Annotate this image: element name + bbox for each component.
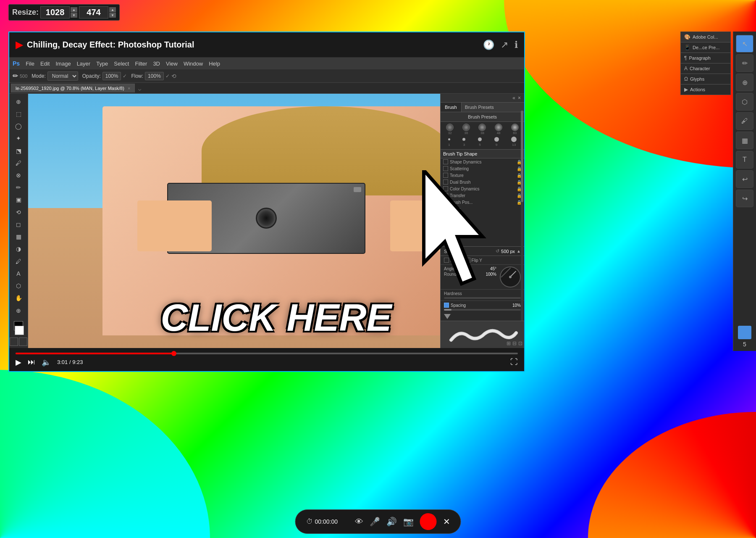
brush-preset-6[interactable]: 1 — [448, 136, 450, 147]
far-right-transform-tool[interactable]: ⬡ — [736, 93, 753, 111]
brush-preset-3[interactable]: 38 — [478, 124, 486, 135]
next-button[interactable]: ⏭ — [28, 358, 35, 367]
progress-bar[interactable] — [16, 353, 518, 354]
far-right-gradient-tool[interactable]: ▦ — [736, 132, 753, 149]
resize-height-down[interactable]: ▼ — [109, 13, 116, 18]
ps-tab-main[interactable]: le-2569502_1920.jpg @ 70.8% (MAN, Layer … — [11, 84, 135, 92]
swatches-icon[interactable]: 5 — [738, 341, 751, 348]
brush-tab-brush[interactable]: Brush — [441, 103, 462, 112]
brush-preset-9[interactable]: 9 — [494, 136, 499, 147]
tool-type[interactable]: A — [11, 268, 26, 279]
menu-window[interactable]: Window — [181, 60, 205, 68]
brush-preset-1[interactable]: 32 — [446, 124, 454, 135]
menu-image[interactable]: Image — [53, 60, 73, 68]
option-check-shape[interactable] — [443, 159, 448, 164]
tab-chevron-icon[interactable]: ⌄ — [135, 84, 144, 93]
flow-value[interactable]: 100% — [145, 72, 164, 80]
brush-panel-collapse[interactable]: « — [511, 95, 517, 101]
brush-preset-8[interactable]: 5 — [478, 136, 482, 147]
background-color[interactable] — [15, 326, 24, 335]
tool-lasso[interactable]: ◯ — [11, 120, 26, 132]
opacity-value[interactable]: 100% — [102, 72, 121, 80]
info-icon[interactable]: ℹ — [514, 40, 518, 50]
resize-height[interactable]: 474 — [79, 6, 108, 18]
panel-character[interactable]: A Character — [681, 63, 730, 74]
menu-layer[interactable]: Layer — [74, 60, 93, 68]
size-up-icon[interactable]: ▲ — [517, 249, 521, 253]
menu-type[interactable]: Type — [94, 60, 110, 68]
far-right-undo-tool[interactable]: ↩ — [736, 170, 753, 188]
stop-button[interactable]: ✕ — [443, 517, 450, 527]
tool-heal[interactable]: ⊗ — [11, 169, 26, 181]
menu-help[interactable]: Help — [206, 60, 223, 68]
hardness-slider[interactable] — [444, 297, 521, 299]
play-button[interactable]: ▶ — [16, 358, 21, 367]
tool-crop[interactable]: ⬔ — [11, 145, 26, 156]
menu-select[interactable]: Select — [111, 60, 131, 68]
preview-icon-2[interactable]: ⊟ — [512, 340, 517, 346]
menu-view[interactable]: View — [163, 60, 180, 68]
menu-edit[interactable]: Edit — [38, 60, 52, 68]
brush-tab-presets[interactable]: Brush Presets — [462, 103, 497, 112]
tool-zoom[interactable]: ⊕ — [11, 305, 26, 316]
share-icon[interactable]: ↗ — [501, 40, 508, 50]
brush-preset-7[interactable]: 3 — [462, 136, 465, 147]
tool-gradient[interactable]: ▦ — [11, 231, 26, 243]
mask-mode[interactable] — [19, 338, 27, 346]
mode-dropdown[interactable]: Normal — [47, 71, 78, 81]
panel-device-pre[interactable]: 📱 De...ce Pre... — [681, 42, 730, 53]
click-here-text[interactable]: CLICK HERE — [160, 296, 391, 340]
brush-preset-5[interactable]: 60 — [511, 124, 519, 135]
tool-eraser[interactable]: ◻ — [11, 219, 26, 230]
preview-icon-3[interactable]: ⊡ — [518, 340, 522, 346]
panel-paragraph[interactable]: ¶ Paragraph — [681, 53, 730, 63]
far-right-node-tool[interactable]: ⊕ — [736, 74, 753, 91]
speaker-button[interactable]: 🔊 — [386, 517, 397, 527]
spacing-slider[interactable] — [444, 309, 521, 311]
tool-hand[interactable]: ✋ — [11, 293, 26, 304]
standard-mode[interactable] — [10, 338, 18, 346]
brush-tip-shape-header[interactable]: Brush Tip Shape — [441, 150, 524, 158]
far-right-pen-tool[interactable]: ✏ — [736, 54, 753, 72]
webcam-button[interactable]: 👁 — [355, 517, 363, 527]
menu-file[interactable]: File — [23, 60, 37, 68]
spacing-check[interactable] — [444, 303, 449, 308]
mic-button[interactable]: 🎤 — [370, 517, 380, 527]
panel-glyphs[interactable]: Ω Glyphs — [681, 74, 730, 84]
brush-preset-4[interactable]: 48 — [495, 124, 502, 135]
mute-button[interactable]: 🔈 — [42, 358, 51, 367]
tool-history[interactable]: ⟲ — [11, 206, 26, 218]
resize-width-up[interactable]: ▲ — [71, 7, 77, 12]
brush-panel-close[interactable]: × — [517, 95, 522, 101]
tool-magic[interactable]: ✦ — [11, 133, 26, 144]
brush-scrollbar[interactable] — [521, 122, 523, 150]
tab-close-icon[interactable]: × — [128, 86, 130, 91]
resize-width-down[interactable]: ▼ — [71, 13, 77, 18]
tool-stamp[interactable]: ▣ — [11, 194, 26, 206]
brush-preset-10[interactable]: 13 — [511, 136, 517, 147]
brush-scrollbar-thumb[interactable] — [521, 122, 523, 150]
panel-actions[interactable]: ▶ Actions — [681, 84, 730, 95]
tool-rect[interactable]: ⬚ — [11, 108, 26, 119]
fullscreen-button[interactable]: ⛶ — [510, 358, 518, 367]
tool-pen[interactable]: 🖊 — [11, 256, 26, 267]
far-right-cursor-tool[interactable]: ↖ — [736, 35, 753, 53]
brush-preset-2[interactable]: 36 — [462, 124, 470, 135]
history-icon[interactable]: 🕐 — [483, 40, 494, 50]
resize-width[interactable]: 1028 — [40, 6, 70, 18]
menu-filter[interactable]: Filter — [132, 60, 150, 68]
resize-height-up[interactable]: ▲ — [109, 7, 116, 12]
tool-path[interactable]: ⬡ — [11, 280, 26, 292]
far-right-eyedrop-tool[interactable]: 🖋 — [736, 112, 753, 130]
far-right-text-tool[interactable]: T — [736, 151, 753, 169]
tool-burn[interactable]: ◑ — [11, 243, 26, 255]
tool-brush[interactable]: ✏ — [11, 182, 26, 193]
menu-3d[interactable]: 3D — [150, 60, 163, 68]
screenshot-button[interactable]: 📷 — [403, 517, 414, 527]
preview-icon-1[interactable]: ⊞ — [507, 340, 511, 346]
panel-adobe-col[interactable]: 🎨 Adobe Col... — [681, 32, 730, 42]
record-button[interactable] — [420, 513, 437, 530]
tool-eyedrop[interactable]: 🖋 — [11, 157, 26, 169]
resize-height-arrows[interactable]: ▲ ▼ — [109, 7, 116, 18]
far-right-redo-tool[interactable]: ↪ — [736, 190, 753, 207]
